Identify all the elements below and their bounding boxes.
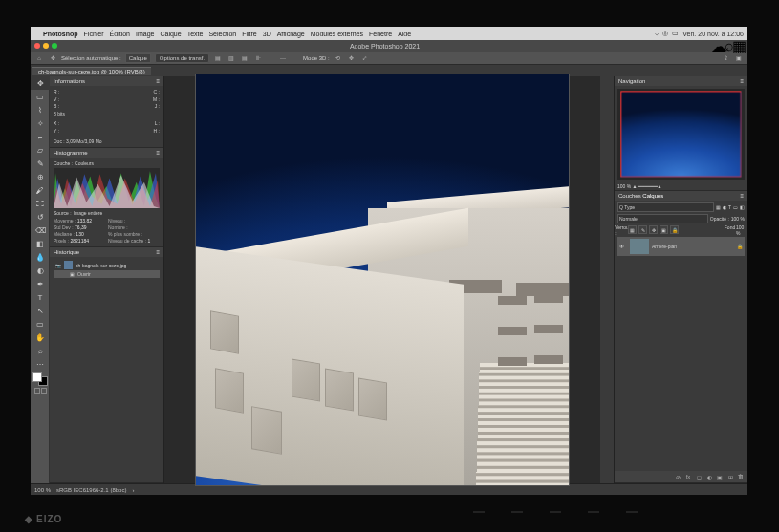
layer-kind-filter[interactable]: Q Type [617, 202, 714, 212]
path-tool[interactable]: ↖ [31, 304, 50, 317]
layer-fx-icon[interactable]: fx [684, 473, 692, 480]
cloud-icon[interactable]: ☁ [714, 42, 723, 51]
align-center-icon[interactable]: ▥ [227, 53, 236, 63]
menu-select[interactable]: Sélection [208, 31, 236, 37]
quickmask-toggle[interactable] [31, 388, 50, 397]
layer-mask-icon[interactable]: ◻ [695, 473, 703, 480]
panel-layout-icon[interactable]: ▣ [734, 53, 744, 63]
more-align-icon[interactable]: ⋯ [278, 53, 288, 63]
layer-thumbnail[interactable] [630, 239, 649, 254]
navigator-zoom-value[interactable]: 100 % [617, 183, 631, 189]
blur-tool[interactable]: 💧 [31, 250, 50, 264]
menu-plugins[interactable]: Modules externes [311, 31, 363, 37]
frame-tool[interactable]: ▱ [31, 143, 50, 157]
brush-tool[interactable]: 🖌 [31, 183, 50, 197]
menu-layer[interactable]: Calque [160, 31, 181, 37]
adjustment-layer-icon[interactable]: ◐ [705, 473, 713, 480]
healing-tool[interactable]: ⊕ [31, 170, 50, 183]
navigator-thumbnail[interactable] [617, 89, 745, 180]
menu-window[interactable]: Fenêtre [369, 31, 392, 37]
document-tab[interactable]: ch-bagnols-sur-ceze.jpg @ 100% (RVB/8) [32, 67, 151, 75]
shape-tool[interactable]: ▭ [31, 317, 50, 330]
lock-all-icon[interactable]: 🔒 [670, 225, 679, 234]
align-right-icon[interactable]: ▤ [240, 53, 249, 63]
auto-select-dropdown[interactable]: Calque [125, 53, 151, 63]
zoom-tool[interactable]: ⌕ [31, 344, 50, 357]
eraser-tool[interactable]: ⌫ [31, 223, 50, 237]
history-step[interactable]: ▣ Ouvrir [54, 270, 160, 278]
zoom-out-icon[interactable]: ▲━━━━━━━▲ [633, 183, 662, 189]
trash-icon[interactable]: 🗑 [737, 473, 745, 480]
menu-image[interactable]: Image [136, 31, 154, 37]
fill-value[interactable]: 100 % [736, 225, 745, 234]
opacity-value[interactable]: 100 % [731, 216, 745, 222]
window-minimize[interactable] [43, 43, 49, 49]
filter-type-icon[interactable]: T [728, 204, 731, 210]
filter-shape-icon[interactable]: ▭ [733, 204, 738, 210]
transform-controls-toggle[interactable]: Options de transf. [155, 53, 209, 63]
lasso-tool[interactable]: ⌇ [31, 103, 50, 117]
lock-position-icon[interactable]: ✥ [649, 225, 658, 234]
status-zoom[interactable]: 100 % [34, 487, 51, 493]
workspace-icon[interactable]: ▦ [735, 42, 744, 51]
chevron-right-icon[interactable]: › [132, 487, 134, 493]
canvas-area[interactable] [164, 76, 600, 483]
history-panel-title[interactable]: Historique [54, 249, 79, 255]
marquee-tool[interactable]: ▭ [31, 90, 50, 103]
source-dropdown[interactable]: Image entière [74, 210, 103, 216]
panel-menu-icon[interactable]: ≡ [156, 78, 160, 84]
align-left-icon[interactable]: ▤ [213, 53, 223, 63]
document-canvas[interactable] [196, 74, 569, 485]
orbit-icon[interactable]: ⟲ [334, 53, 343, 63]
navigator-panel-title[interactable]: Navigation [618, 78, 645, 84]
lock-artboard-icon[interactable]: ▣ [660, 225, 668, 234]
filter-pixel-icon[interactable]: ▦ [716, 204, 721, 210]
new-layer-icon[interactable]: ⊞ [726, 473, 734, 480]
menu-view[interactable]: Affichage [277, 31, 305, 37]
menu-type[interactable]: Texte [187, 31, 204, 37]
dolly-icon[interactable]: ⤢ [360, 53, 370, 63]
info-panel-title[interactable]: Informations [54, 78, 85, 84]
cc-icon[interactable]: ◎ [662, 30, 668, 37]
color-swatches[interactable] [32, 372, 48, 386]
menu-3d[interactable]: 3D [263, 31, 271, 37]
collapsed-panel-strip[interactable] [600, 76, 614, 483]
eyedropper-tool[interactable]: ✎ [31, 157, 50, 170]
home-icon[interactable]: ⌂ [34, 53, 44, 63]
type-tool[interactable]: T [31, 290, 50, 304]
window-close[interactable] [34, 43, 40, 49]
gradient-tool[interactable]: ◧ [31, 237, 50, 250]
wand-tool[interactable]: ✧ [31, 117, 50, 130]
edit-toolbar[interactable]: ⋯ [31, 357, 50, 371]
pen-tool[interactable]: ✒ [31, 277, 50, 290]
filter-smart-icon[interactable]: ◧ [740, 204, 745, 210]
menu-filter[interactable]: Filtre [242, 31, 257, 37]
panel-menu-icon[interactable]: ≡ [740, 193, 744, 199]
pan-icon[interactable]: ✥ [347, 53, 357, 63]
move-tool[interactable]: ✥ [31, 76, 50, 90]
blend-mode-dropdown[interactable]: Normale [617, 214, 708, 223]
distribute-icon[interactable]: ⊪ [253, 53, 263, 63]
status-profile[interactable]: sRGB IEC61966-2.1 (8bpc) [56, 487, 126, 493]
lock-transparency-icon[interactable]: ▦ [628, 225, 637, 234]
panel-menu-icon[interactable]: ≡ [156, 150, 160, 156]
channels-tab[interactable]: Couches [618, 193, 641, 199]
wifi-icon[interactable]: ⌵ [655, 30, 659, 37]
menu-help[interactable]: Aide [398, 31, 411, 37]
visibility-icon[interactable]: 👁 [619, 244, 627, 249]
menu-edit[interactable]: Édition [110, 31, 130, 37]
stamp-tool[interactable]: ⛶ [31, 197, 50, 210]
layer-row[interactable]: 👁 Arrière-plan 🔒 [617, 237, 745, 256]
crop-tool[interactable]: ⌐ [31, 130, 50, 143]
lock-pixels-icon[interactable]: ✎ [638, 225, 647, 234]
share-icon[interactable]: ⇪ [721, 53, 730, 63]
app-menu[interactable]: Photoshop [43, 31, 78, 37]
clock[interactable]: Ven. 20 nov. à 12:06 [682, 31, 744, 37]
hand-tool[interactable]: ✋ [31, 330, 50, 344]
panel-menu-icon[interactable]: ≡ [156, 249, 160, 255]
layer-name[interactable]: Arrière-plan [652, 244, 677, 249]
channel-dropdown[interactable]: Couleurs [75, 160, 94, 166]
layer-group-icon[interactable]: ▣ [716, 473, 724, 480]
histogram-panel-title[interactable]: Histogramme [54, 150, 88, 156]
filter-adj-icon[interactable]: ◐ [723, 204, 726, 210]
